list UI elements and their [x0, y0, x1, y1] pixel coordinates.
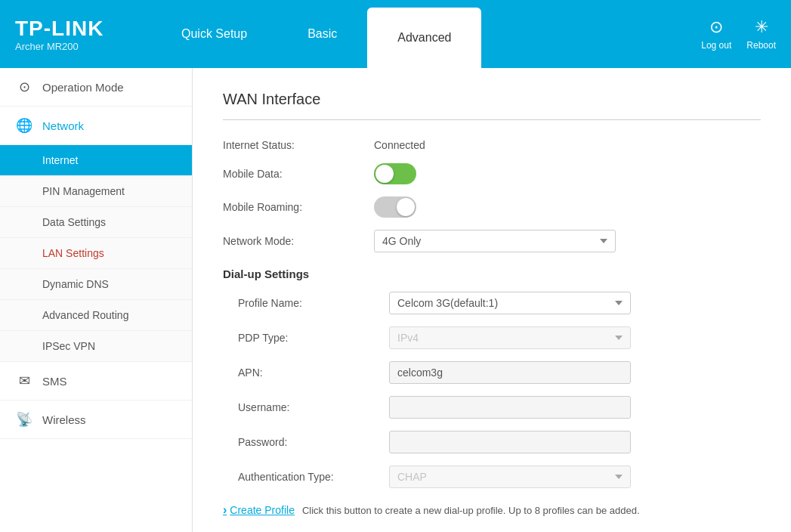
sms-icon: ✉	[15, 373, 33, 389]
password-input[interactable]	[389, 431, 631, 453]
create-profile-hint: Click this button to create a new dial-u…	[302, 505, 640, 516]
sidebar: ⊙ Operation Mode 🌐 Network Internet PIN …	[0, 68, 193, 532]
reboot-button[interactable]: ✳ Reboot	[746, 17, 776, 51]
sidebar-label-sms: SMS	[42, 375, 67, 388]
auth-type-label: Authentication Type:	[223, 471, 389, 483]
logout-icon: ⊙	[709, 17, 723, 37]
reboot-icon: ✳	[755, 17, 768, 37]
network-icon: 🌐	[15, 117, 33, 134]
mobile-data-row: Mobile Data:	[223, 163, 761, 184]
apn-label: APN:	[223, 367, 389, 379]
main-layout: ⊙ Operation Mode 🌐 Network Internet PIN …	[0, 68, 791, 532]
logo-model: Archer MR200	[15, 41, 151, 52]
pdp-type-row: PDP Type: IPv4	[223, 326, 761, 349]
password-row: Password:	[223, 431, 761, 453]
apn-input[interactable]	[389, 361, 631, 384]
internet-status-value: Connected	[374, 139, 425, 151]
network-mode-row: Network Mode: 4G Only 3G Only 4G/3G Auto	[223, 230, 761, 252]
mobile-roaming-toggle[interactable]	[374, 196, 416, 218]
profile-name-row: Profile Name: Celcom 3G(default:1)	[223, 292, 761, 314]
auth-type-row: Authentication Type: CHAP PAP None	[223, 466, 761, 488]
mobile-data-toggle-knob	[375, 165, 394, 183]
tab-advanced[interactable]: Advanced	[367, 8, 481, 68]
header: TP-LINK Archer MR200 Quick Setup Basic A…	[0, 0, 791, 68]
sidebar-item-sms[interactable]: ✉ SMS	[0, 362, 192, 401]
submenu-data-settings[interactable]: Data Settings	[0, 207, 192, 238]
submenu-internet[interactable]: Internet	[0, 145, 192, 176]
sidebar-label-wireless: Wireless	[42, 413, 86, 426]
submenu-ipsec-vpn[interactable]: IPSec VPN	[0, 331, 192, 362]
reboot-label: Reboot	[746, 40, 776, 51]
logo-brand: TP-LINK	[15, 17, 151, 41]
profile-name-label: Profile Name:	[223, 297, 389, 309]
mobile-data-toggle[interactable]	[374, 163, 416, 184]
username-label: Username:	[223, 401, 389, 413]
submenu-pin-management[interactable]: PIN Management	[0, 176, 192, 207]
sidebar-item-network[interactable]: 🌐 Network	[0, 107, 192, 145]
mobile-data-label: Mobile Data:	[223, 168, 374, 180]
create-profile-link[interactable]: Create Profile	[223, 503, 295, 517]
profile-name-select[interactable]: Celcom 3G(default:1)	[389, 292, 631, 314]
submenu-advanced-routing[interactable]: Advanced Routing	[0, 300, 192, 331]
mobile-roaming-label: Mobile Roaming:	[223, 201, 374, 213]
content-area: WAN Interface Internet Status: Connected…	[193, 68, 791, 532]
logo-area: TP-LINK Archer MR200	[15, 17, 151, 52]
operation-mode-icon: ⊙	[15, 79, 33, 95]
pdp-type-select[interactable]: IPv4	[389, 326, 631, 349]
mobile-roaming-row: Mobile Roaming:	[223, 196, 761, 218]
network-mode-label: Network Mode:	[223, 235, 374, 247]
internet-status-row: Internet Status: Connected	[223, 139, 761, 151]
apn-row: APN:	[223, 361, 761, 384]
sidebar-label-operation-mode: Operation Mode	[42, 81, 124, 94]
tab-basic[interactable]: Basic	[277, 0, 367, 68]
username-row: Username:	[223, 396, 761, 419]
nav-tabs: Quick Setup Basic Advanced	[151, 0, 701, 68]
mobile-roaming-toggle-knob	[397, 198, 415, 216]
sidebar-submenu: Internet PIN Management Data Settings LA…	[0, 145, 192, 362]
sidebar-label-network: Network	[42, 119, 84, 132]
submenu-lan-settings[interactable]: LAN Settings	[0, 238, 192, 269]
sidebar-item-wireless[interactable]: 📡 Wireless	[0, 401, 192, 439]
pdp-type-label: PDP Type:	[223, 332, 389, 344]
dialup-section-title: Dial-up Settings	[223, 268, 761, 280]
tab-quick-setup[interactable]: Quick Setup	[151, 0, 277, 68]
create-profile-row: Create Profile Click this button to crea…	[223, 503, 761, 517]
logout-button[interactable]: ⊙ Log out	[701, 17, 731, 51]
username-input[interactable]	[389, 396, 631, 419]
logout-label: Log out	[701, 40, 731, 51]
password-label: Password:	[223, 436, 389, 448]
network-mode-select[interactable]: 4G Only 3G Only 4G/3G Auto	[374, 230, 616, 252]
header-actions: ⊙ Log out ✳ Reboot	[701, 17, 776, 51]
internet-status-label: Internet Status:	[223, 139, 374, 151]
auth-type-select[interactable]: CHAP PAP None	[389, 466, 631, 488]
wireless-icon: 📡	[15, 411, 33, 428]
sidebar-item-operation-mode[interactable]: ⊙ Operation Mode	[0, 68, 192, 107]
submenu-dynamic-dns[interactable]: Dynamic DNS	[0, 269, 192, 300]
page-title: WAN Interface	[223, 91, 761, 120]
